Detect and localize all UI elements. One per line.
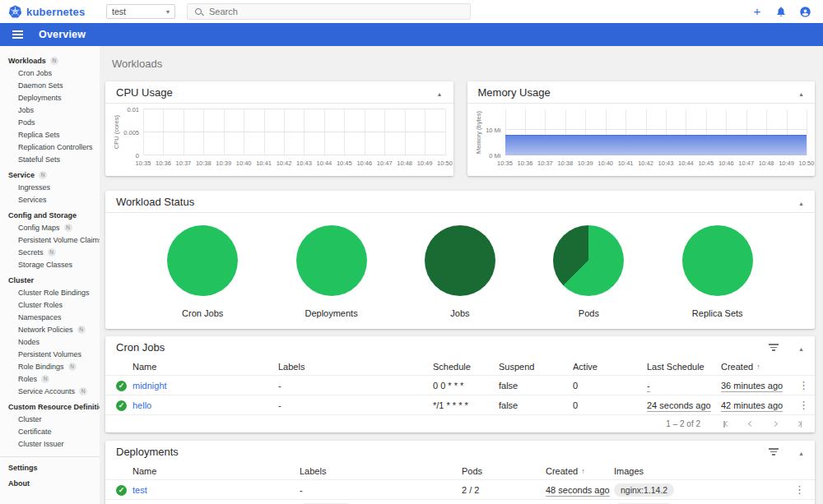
cron-job-link[interactable]: hello [133, 400, 151, 410]
x-gridline [344, 109, 345, 155]
sidebar-entry-certificate[interactable]: Certificate [0, 425, 100, 437]
deployment-row-test: ✓ test - 2 / 2 48 seconds ago nginx:1.14… [105, 480, 815, 500]
sidebar-entry-persistent-volumes[interactable]: Persistent Volumes [0, 348, 100, 360]
previous-page-button[interactable] [749, 422, 753, 426]
sidebar-entry-label: Replica Sets [18, 131, 60, 139]
sidebar-entry-settings[interactable]: Settings [0, 461, 100, 474]
chevron-up-icon: ▲ [798, 346, 804, 352]
y-gridline [505, 129, 807, 130]
x-gridline [324, 109, 325, 155]
sidebar-entry-service[interactable]: Service N [0, 169, 100, 181]
kubernetes-logo[interactable]: kubernetes [0, 5, 100, 19]
sidebar-entry-persistent-volume-claims[interactable]: Persistent Volume Claims N [0, 234, 100, 246]
collapse-button[interactable]: ▲ [798, 446, 804, 458]
row-menu-button[interactable]: ⋮ [795, 400, 812, 410]
sidebar-entry-workloads[interactable]: Workloads N [0, 54, 100, 67]
column-header-images[interactable]: Images ↑ [614, 466, 783, 476]
column-header-active[interactable]: Active ↑ [573, 362, 647, 372]
sidebar-entry-role-bindings[interactable]: Role Bindings N [0, 360, 100, 372]
sidebar-entry-cluster-issuer[interactable]: Cluster Issuer [0, 437, 100, 450]
sidebar-entry-label: Daemon Sets [18, 81, 63, 90]
header-actions: + [751, 5, 823, 18]
workload-pie-cron-jobs: Cron Jobs [149, 225, 256, 318]
column-header-pods[interactable]: Pods ↑ [462, 466, 546, 476]
sidebar-entry-about[interactable]: About [0, 477, 100, 489]
sidebar-entry-replication-controllers[interactable]: Replication Controllers [0, 141, 100, 153]
sidebar-entry-cluster[interactable]: Cluster [0, 413, 100, 425]
column-header-created[interactable]: Created ↑ [721, 362, 795, 372]
cron-job-link[interactable]: midnight [133, 381, 167, 391]
sidebar-entry-label: Config and Storage [8, 211, 77, 220]
namespace-selector[interactable]: test ▾ [106, 4, 175, 19]
sidebar-entry-ingresses[interactable]: Ingresses [0, 181, 100, 193]
sidebar-entry-roles[interactable]: Roles N [0, 372, 100, 385]
sidebar-entry-secrets[interactable]: Secrets N [0, 246, 100, 258]
filter-button[interactable] [769, 448, 779, 455]
sidebar-entry-config-maps[interactable]: Config Maps N [0, 221, 100, 234]
main-content: Workloads CPU Usage ▲ CPU (cores) 0.010.… [100, 46, 823, 504]
column-header-label: Created [546, 466, 578, 476]
sidebar-entry[interactable] [0, 456, 100, 457]
sidebar-entry-stateful-sets[interactable]: Stateful Sets [0, 153, 100, 165]
column-header-created[interactable]: Created ↑ [546, 466, 614, 476]
search-input[interactable] [209, 7, 463, 16]
last-page-button[interactable] [797, 421, 802, 428]
sidebar-entry-deployments[interactable]: Deployments [0, 91, 100, 104]
memory-usage-area-series [505, 135, 807, 155]
workload-pie-jobs: Jobs [407, 225, 514, 318]
sidebar-entry-jobs[interactable]: Jobs [0, 104, 100, 116]
sidebar-entry-services[interactable]: Services [0, 193, 100, 206]
collapse-button[interactable]: ▲ [798, 341, 804, 354]
sidebar-entry-custom-resource-definitions[interactable]: Custom Resource Definitions [0, 400, 100, 413]
active-cell: 0 [573, 381, 647, 391]
sidebar-entry-replica-sets[interactable]: Replica Sets [0, 128, 100, 141]
sidebar-entry-service-accounts[interactable]: Service Accounts N [0, 385, 100, 397]
sidebar-entry-network-policies[interactable]: Network Policies N [0, 323, 100, 335]
column-header-name[interactable]: Name ↑ [133, 362, 278, 372]
top-header: kubernetes test ▾ + [0, 0, 823, 23]
row-menu-button[interactable]: ⋮ [795, 380, 812, 391]
sidebar-entry-label: Cluster [8, 276, 34, 284]
namespaced-badge: N [68, 363, 77, 371]
filter-button[interactable] [769, 344, 779, 351]
deployments-table-body: ✓ test - 2 / 2 48 seconds ago nginx:1.14… [105, 480, 815, 504]
column-header-labels[interactable]: Labels ↑ [278, 362, 433, 372]
sidebar-entry-storage-classes[interactable]: Storage Classes [0, 258, 100, 270]
kubernetes-logo-text: kubernetes [26, 6, 85, 18]
deployment-link[interactable]: test [133, 485, 147, 495]
sidebar-entry-label: Service [8, 171, 35, 179]
sort-arrow-icon: ↑ [581, 467, 585, 475]
column-header-schedule[interactable]: Schedule ↑ [433, 362, 499, 372]
sidebar-entry-nodes[interactable]: Nodes [0, 335, 100, 348]
first-page-button[interactable] [723, 421, 729, 428]
menu-button[interactable] [12, 30, 23, 39]
next-page-button[interactable] [773, 422, 777, 426]
sidebar-entry-config-and-storage[interactable]: Config and Storage [0, 209, 100, 221]
x-tick-label: 10:49 [417, 160, 433, 167]
column-header-label: Labels [278, 362, 305, 372]
row-menu-button[interactable]: ⋮ [791, 484, 808, 495]
chevron-down-icon: ▾ [166, 8, 170, 16]
column-header-name[interactable]: Name ↑ [133, 466, 300, 476]
notifications-button[interactable] [774, 5, 788, 18]
x-tick-label: 10:48 [397, 160, 412, 167]
collapse-button[interactable]: ▲ [437, 86, 443, 99]
sidebar-entry-pods[interactable]: Pods [0, 116, 100, 128]
collapse-button[interactable]: ▲ [798, 196, 804, 208]
column-header-suspend[interactable]: Suspend ↑ [499, 362, 573, 372]
sidebar-entry-cluster-role-bindings[interactable]: Cluster Role Bindings [0, 286, 100, 298]
sidebar-entry-cluster[interactable]: Cluster [0, 274, 100, 286]
sidebar-entry-namespaces[interactable]: Namespaces [0, 311, 100, 323]
sidebar-entry-cluster-roles[interactable]: Cluster Roles [0, 298, 100, 311]
sidebar-entry-daemon-sets[interactable]: Daemon Sets [0, 79, 100, 91]
column-header-last-schedule[interactable]: Last Schedule ↑ [647, 362, 721, 372]
create-resource-button[interactable]: + [751, 5, 764, 18]
collapse-button[interactable]: ▲ [798, 86, 804, 99]
user-menu-button[interactable] [798, 5, 811, 18]
cron-jobs-card: Cron Jobs ▲ Name ↑ Labels ↑ Schedule [105, 336, 815, 432]
column-header-labels[interactable]: Labels ↑ [300, 466, 462, 476]
sidebar-entry-cron-jobs[interactable]: Cron Jobs [0, 67, 100, 79]
deployments-card: Deployments ▲ Name ↑ Labels ↑ Pods [105, 441, 815, 504]
search-bar[interactable] [187, 3, 471, 20]
memory-x-axis-labels: 10:3510:3610:3710:3810:3910:4010:4110:42… [505, 158, 807, 169]
